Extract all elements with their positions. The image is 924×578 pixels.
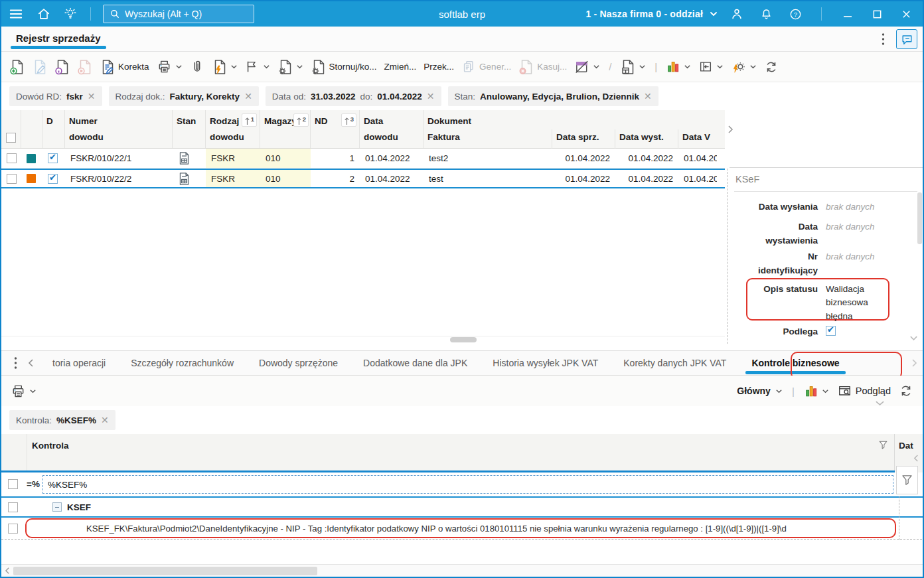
tab-options-icon[interactable] — [8, 356, 23, 370]
flag-button[interactable] — [245, 59, 270, 74]
comments-panel-button[interactable] — [896, 29, 917, 49]
filter-chip-kontrola[interactable]: Kontrola:%KSEF% ✕ — [9, 410, 116, 430]
header-numer-dowodu[interactable]: Numerdowodu — [65, 110, 173, 148]
idea-bulb-icon[interactable] — [57, 7, 84, 21]
cell-data-vat[interactable]: 01.04.20 — [678, 170, 717, 187]
maximize-button[interactable] — [867, 4, 887, 24]
print-button[interactable] — [157, 59, 183, 74]
tab-dowody-sprzezone[interactable]: Dowody sprzężone — [246, 352, 350, 374]
header-d[interactable]: D — [42, 110, 65, 148]
vertical-splitter[interactable] — [727, 169, 728, 344]
header-data-vat[interactable]: Data V — [678, 129, 717, 149]
search-input[interactable] — [125, 9, 248, 19]
filter-chip-dowod[interactable]: Dowód RD:fskr ✕ — [9, 86, 102, 106]
note-button[interactable] — [574, 59, 600, 74]
row-select-cell[interactable] — [1, 149, 21, 168]
tab-historia-wysylek-jpk-vat[interactable]: Historia wysyłek JPK VAT — [480, 352, 611, 374]
header-faktura[interactable]: Faktura — [424, 129, 552, 149]
remove-filter-icon[interactable]: ✕ — [244, 91, 252, 102]
cell-magazyn[interactable]: 010 — [260, 149, 311, 168]
header-data-dowodu[interactable]: Datadowodu — [360, 110, 424, 148]
notifications-bell-icon[interactable] — [756, 4, 776, 24]
header-dat[interactable]: Dat — [899, 441, 921, 451]
cell-rodzaj[interactable]: FSKR — [206, 149, 260, 168]
scroll-left-icon[interactable] — [1, 567, 13, 575]
stornuj-button[interactable]: Stornuj/ko... — [311, 59, 377, 75]
bottom-print-button[interactable] — [11, 384, 37, 399]
cell-numer-dowodu[interactable]: FSKR/010/22/1 — [65, 149, 173, 168]
horizontal-scrollbar[interactable] — [1, 564, 924, 577]
user-icon[interactable] — [727, 4, 747, 24]
cell-data-wyst[interactable]: 01.04.2022 — [615, 170, 678, 187]
tab-kontrole-biznesowe[interactable]: Kontrole biznesowe — [739, 352, 852, 374]
cell-stan[interactable] — [173, 149, 206, 168]
document-info-button[interactable] — [54, 59, 70, 75]
cell-faktura[interactable]: test2 — [424, 149, 552, 168]
group-row-ksef[interactable]: KSEF — [1, 496, 924, 518]
horizontal-splitter-handle[interactable] — [450, 337, 477, 342]
row-checkbox[interactable] — [7, 153, 17, 163]
cell-data-sprz[interactable]: 01.04.2022 — [552, 149, 615, 168]
cell-data-vat[interactable]: 01.04.20 — [678, 149, 717, 168]
header-magazyn[interactable]: Magazyn 2 — [260, 110, 311, 148]
filter-operator[interactable]: =% — [27, 479, 40, 489]
cell-rodzaj[interactable]: FSKR — [206, 170, 260, 187]
chart-button[interactable] — [666, 59, 691, 74]
filter-chip-rodzaj-dok[interactable]: Rodzaj dok.:Faktury, Korekty ✕ — [109, 86, 259, 106]
row-d-cell[interactable] — [42, 149, 65, 168]
podglad-button[interactable]: Podgląd — [837, 384, 891, 398]
table-row-selected[interactable]: FSKR/010/22/2 FSKR 010 2 01.04.2022 test… — [1, 169, 725, 188]
filter-row-checkbox[interactable] — [8, 479, 18, 489]
delete-document-button[interactable] — [77, 59, 92, 75]
header-rodzaj-dowodu[interactable]: Rodzajdowodu 1 — [206, 110, 260, 148]
cell-nd[interactable]: 2 — [311, 170, 360, 187]
cell-data-dowodu[interactable]: 01.04.2022 — [360, 170, 424, 187]
header-stan[interactable]: Stan — [173, 110, 206, 148]
scroll-columns-left-icon[interactable] — [913, 454, 919, 463]
cell-data-wyst[interactable]: 01.04.2022 — [615, 149, 678, 168]
tab-historia-operacji[interactable]: toria operacji — [40, 352, 118, 374]
row-select-cell[interactable] — [1, 170, 21, 187]
d-checkbox[interactable] — [48, 153, 58, 163]
row-checkbox[interactable] — [7, 174, 17, 184]
settings-actions-button[interactable] — [731, 59, 757, 74]
generuj-button[interactable]: Gener... — [461, 59, 511, 74]
select-all-checkbox[interactable] — [6, 133, 16, 143]
cell-faktura[interactable]: test — [424, 170, 552, 187]
kontrole-error-row[interactable]: KSEF_FK\Faktura\Podmiot2\DaneIdentyfikac… — [1, 518, 924, 540]
cell-data-sprz[interactable]: 01.04.2022 — [552, 170, 615, 187]
home-icon[interactable] — [31, 7, 57, 21]
bottom-chart-button[interactable] — [804, 384, 829, 399]
cell-nd[interactable]: 1 — [311, 149, 360, 168]
add-document-button[interactable] — [9, 59, 25, 75]
zmien-button[interactable]: Zmień... — [384, 62, 417, 72]
side-panel-button[interactable] — [698, 59, 724, 74]
minimize-button[interactable] — [838, 4, 858, 24]
collapse-group-icon[interactable] — [52, 502, 62, 512]
company-selector[interactable]: 1 - Nasza firma 0 - oddział — [585, 9, 718, 19]
korekta-button[interactable]: Korekta — [100, 59, 149, 75]
panel-scroll-down-icon[interactable] — [909, 335, 918, 342]
filter-chip-stan[interactable]: Stan:Anulowany, Edycja, Brulion, Dzienni… — [448, 86, 658, 106]
header-kontrola[interactable]: Kontrola — [32, 441, 69, 451]
podlega-checkbox[interactable] — [826, 326, 836, 336]
edit-document-button[interactable] — [32, 59, 47, 75]
error-row-checkbox[interactable] — [8, 524, 18, 534]
hamburger-menu-icon[interactable] — [1, 7, 31, 21]
przekaz-button[interactable]: Przek... — [424, 62, 454, 72]
global-search[interactable] — [103, 5, 254, 23]
cell-data-dowodu[interactable]: 01.04.2022 — [360, 149, 424, 168]
table-row[interactable]: FSKR/010/22/1 FSKR 010 1 01.04.2022 test… — [1, 149, 725, 169]
remove-filter-icon[interactable]: ✕ — [101, 415, 109, 425]
panel-scrollbar-thumb[interactable] — [917, 192, 922, 244]
remove-filter-icon[interactable]: ✕ — [644, 91, 652, 102]
quick-action-button[interactable] — [212, 59, 238, 75]
remove-filter-icon[interactable]: ✕ — [88, 91, 96, 102]
group-checkbox[interactable] — [8, 502, 18, 512]
close-button[interactable] — [896, 4, 916, 24]
kontrola-filter-input[interactable] — [42, 475, 893, 494]
column-filter-icon[interactable] — [878, 439, 889, 451]
cell-magazyn[interactable]: 010 — [260, 170, 311, 187]
filter-chip-data[interactable]: Data od:31.03.2022 do:01.04.2022 ✕ — [266, 86, 441, 106]
scroll-tabs-left-icon[interactable] — [23, 358, 40, 368]
